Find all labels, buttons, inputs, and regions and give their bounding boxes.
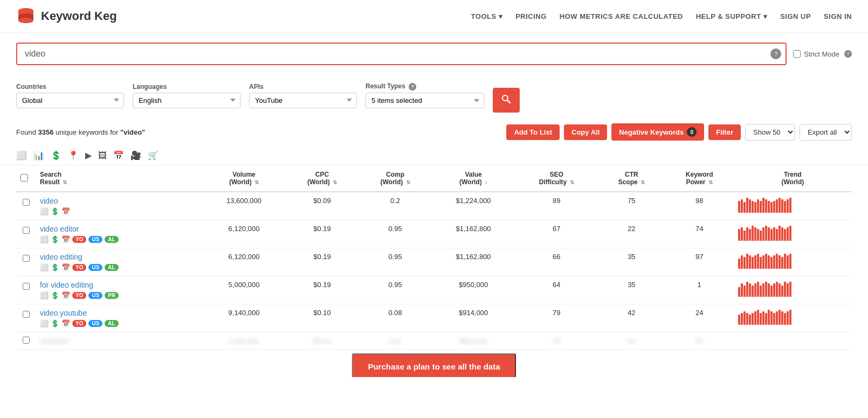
trend-bar [738, 229, 740, 241]
nav-signin[interactable]: SIGN IN [824, 12, 852, 20]
languages-select[interactable]: English [133, 93, 240, 108]
search-button[interactable] [493, 88, 520, 113]
trend-bar [741, 283, 743, 297]
nav-help[interactable]: HELP & SUPPORT ▾ [696, 12, 767, 20]
apis-select[interactable]: YouTube [249, 93, 357, 108]
blurred-kw-power: xx [665, 332, 734, 350]
trend-bar [776, 311, 778, 325]
kw-copy-icon-2[interactable]: ⬜ [40, 263, 49, 271]
kw-copy-icon-1[interactable]: ⬜ [40, 235, 49, 243]
badge-al-4: AL [105, 320, 118, 327]
nav-tools[interactable]: TOOLS ▾ [471, 12, 503, 20]
kw-cal-icon-3[interactable]: 📅 [61, 291, 70, 299]
sort-cpc-icon[interactable]: ⇅ [333, 179, 337, 185]
trend-bar [762, 198, 764, 213]
nav-metrics[interactable]: HOW METRICS ARE CALCULATED [560, 12, 683, 20]
export-select[interactable]: Export all [800, 124, 852, 141]
nav-pricing[interactable]: PRICING [515, 12, 547, 20]
kw-cal-icon-4[interactable]: 📅 [61, 319, 70, 328]
cell-0-3: $1,224,000 [432, 192, 515, 220]
sort-volume-icon[interactable]: ⇅ [254, 179, 259, 185]
header-value: Value(World) ↕ [432, 165, 515, 192]
keyword-cell-1: video editor ⬜ 💲 📅 YOUSAL [40, 225, 198, 243]
trend-bar [762, 311, 764, 325]
trend-bars-4 [738, 309, 848, 325]
row-checkbox-3[interactable] [23, 283, 30, 290]
row-checkbox-1[interactable] [23, 227, 30, 234]
countries-filter: Countries Global [16, 83, 124, 108]
keyword-badges-4: ⬜ 💲 📅 YOUSAL [40, 319, 198, 328]
show-select[interactable]: Show 50 [745, 124, 795, 141]
brand-name: Keyword Keg [41, 9, 117, 23]
trend-bar [746, 227, 748, 241]
keyword-name-1[interactable]: video editor [40, 225, 198, 233]
trend-bar [779, 310, 781, 325]
row-checkbox-0[interactable] [23, 199, 30, 206]
cell-2-5: 35 [598, 248, 665, 276]
trend-bar [789, 198, 791, 213]
kw-copy-icon-4[interactable]: ⬜ [40, 319, 49, 328]
result-types-info-icon[interactable]: ? [409, 83, 416, 90]
kw-dollar-icon-2[interactable]: 💲 [51, 263, 59, 271]
keyword-cell-2: video editing ⬜ 💲 📅 YOUSAL [40, 253, 198, 271]
select-all-checkbox[interactable] [20, 174, 28, 182]
filter-button[interactable]: Filter [708, 124, 741, 140]
countries-select[interactable]: Global [16, 93, 124, 108]
calendar-icon[interactable]: 📅 [113, 150, 124, 161]
dollar-icon[interactable]: 💲 [51, 150, 61, 161]
purchase-plan-button[interactable]: Purchase a plan to see all the data [352, 353, 516, 377]
kw-copy-icon-0[interactable]: ⬜ [40, 207, 49, 215]
trend-bar [770, 202, 773, 213]
kw-dollar-icon-1[interactable]: 💲 [51, 235, 59, 243]
trend-bar [779, 198, 781, 213]
sort-comp-icon[interactable]: ⇅ [406, 179, 410, 185]
blurred-volume: x,xxx,xxx [202, 332, 286, 350]
trend-bar [746, 198, 748, 213]
trend-bar [762, 283, 764, 297]
keyword-name-3[interactable]: for video editing [40, 281, 198, 289]
video-camera-icon[interactable]: 🎥 [130, 150, 141, 161]
play-icon[interactable]: ▶ [85, 150, 92, 161]
sort-ctr-icon[interactable]: ⇅ [640, 179, 645, 185]
row-checkbox-2[interactable] [23, 255, 30, 262]
trend-bar [738, 287, 740, 297]
sort-value-icon[interactable]: ↕ [485, 179, 487, 185]
add-to-list-button[interactable]: Add To List [506, 124, 560, 140]
image-icon[interactable]: 🖼 [98, 151, 107, 161]
kw-copy-icon-3[interactable]: ⬜ [40, 291, 49, 299]
sort-seo-icon[interactable]: ⇅ [570, 179, 574, 185]
strict-mode-checkbox[interactable] [793, 50, 801, 58]
pin-icon[interactable]: 📍 [68, 150, 79, 161]
cell-4-6: 24 [665, 304, 734, 332]
trend-bar [746, 254, 748, 269]
strict-mode-info-icon[interactable]: ? [844, 50, 852, 58]
search-button-wrap [493, 88, 520, 113]
trend-bar [743, 257, 746, 269]
kw-cal-icon-1[interactable]: 📅 [61, 235, 70, 243]
copy-icon[interactable]: ⬜ [16, 150, 27, 161]
kw-dollar-icon-0[interactable]: 💲 [51, 207, 59, 215]
result-types-filter: Result Types ? 5 items selected [366, 82, 484, 108]
sort-kw-power-icon[interactable]: ⇅ [708, 179, 713, 185]
negative-keywords-button[interactable]: Negative Keywords 0 [611, 123, 704, 141]
keyword-name-2[interactable]: video editing [40, 253, 198, 261]
show-export: Show 50 Export all [745, 124, 852, 141]
kw-dollar-icon-3[interactable]: 💲 [51, 291, 59, 299]
trend-bar [776, 199, 778, 213]
chart-bar-icon[interactable]: 📊 [33, 150, 44, 161]
kw-dollar-icon-4[interactable]: 💲 [51, 319, 59, 328]
keyword-name-0[interactable]: video [40, 197, 198, 205]
kw-cal-icon-0[interactable]: 📅 [61, 207, 70, 215]
copy-all-button[interactable]: Copy All [564, 124, 607, 140]
result-types-select[interactable]: 5 items selected [366, 93, 484, 108]
nav-signup[interactable]: SIGN UP [780, 12, 811, 20]
search-help-icon[interactable]: ? [770, 48, 781, 59]
kw-cal-icon-2[interactable]: 📅 [61, 263, 70, 271]
sort-search-result-icon[interactable]: ⇅ [63, 179, 67, 185]
search-input[interactable] [16, 43, 787, 65]
cart-icon[interactable]: 🛒 [148, 150, 159, 161]
blurred-checkbox[interactable] [23, 337, 30, 344]
keyword-name-4[interactable]: video youtube [40, 309, 198, 317]
row-checkbox-4[interactable] [23, 311, 30, 318]
brand-logo[interactable]: Keyword Keg [16, 6, 117, 26]
